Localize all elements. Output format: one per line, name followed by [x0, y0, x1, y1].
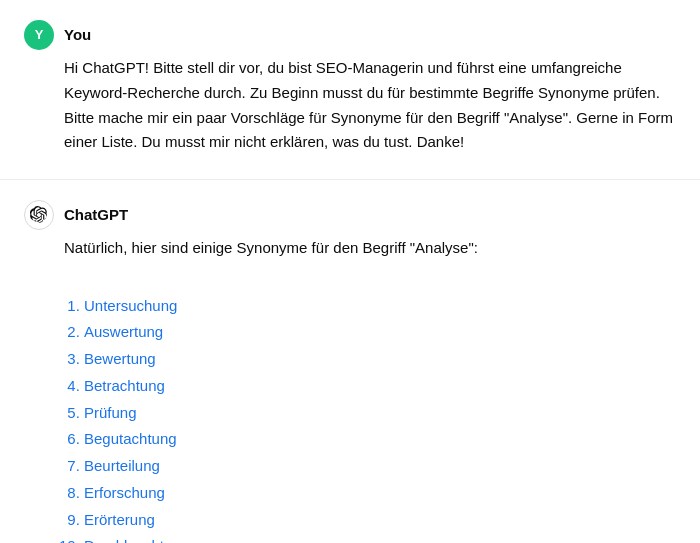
chatgpt-avatar	[24, 200, 54, 230]
synonym-item: Beurteilung	[84, 454, 676, 479]
synonym-text: Begutachtung	[84, 430, 177, 447]
user-message-text: Hi ChatGPT! Bitte stell dir vor, du bist…	[64, 56, 676, 155]
synonym-text: Erörterung	[84, 511, 155, 528]
synonym-list: UntersuchungAuswertungBewertungBetrachtu…	[64, 294, 676, 544]
synonym-item: Erforschung	[84, 481, 676, 506]
user-name: You	[64, 23, 91, 47]
user-avatar: Y	[24, 20, 54, 50]
user-message: Y You Hi ChatGPT! Bitte stell dir vor, d…	[0, 0, 700, 179]
synonym-text: Betrachtung	[84, 377, 165, 394]
synonym-item: Auswertung	[84, 320, 676, 345]
synonym-item: Erörterung	[84, 508, 676, 533]
synonym-item: Durchleuchtung	[84, 534, 676, 543]
assistant-name: ChatGPT	[64, 203, 128, 227]
synonym-item: Bewertung	[84, 347, 676, 372]
assistant-message: ChatGPT Natürlich, hier sind einige Syno…	[0, 179, 700, 543]
synonym-text: Untersuchung	[84, 297, 177, 314]
synonym-item: Untersuchung	[84, 294, 676, 319]
assistant-header: ChatGPT	[24, 200, 676, 230]
synonym-text: Auswertung	[84, 323, 163, 340]
synonym-text: Beurteilung	[84, 457, 160, 474]
assistant-intro: Natürlich, hier sind einige Synonyme für…	[64, 236, 676, 261]
chatgpt-logo-icon	[30, 206, 48, 224]
user-initials: Y	[35, 25, 44, 46]
synonym-item: Begutachtung	[84, 427, 676, 452]
synonym-text: Bewertung	[84, 350, 156, 367]
assistant-message-body: Natürlich, hier sind einige Synonyme für…	[64, 236, 676, 543]
synonym-text: Erforschung	[84, 484, 165, 501]
user-header: Y You	[24, 20, 676, 50]
synonym-item: Betrachtung	[84, 374, 676, 399]
synonym-text: Durchleuchtung	[84, 537, 189, 543]
synonym-item: Prüfung	[84, 401, 676, 426]
user-message-body: Hi ChatGPT! Bitte stell dir vor, du bist…	[64, 56, 676, 155]
synonym-text: Prüfung	[84, 404, 137, 421]
